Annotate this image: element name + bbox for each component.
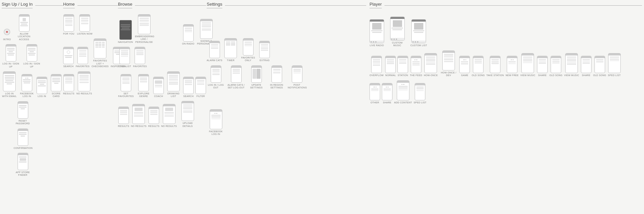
wire-item: CONFIRMATION [14, 129, 32, 150]
wire-label: CUSTOM MUSIC [388, 42, 406, 47]
section-title-home: Home [63, 2, 75, 8]
wire-item: SCORE CARD [49, 74, 63, 98]
wire-label: ALARM CATS [207, 59, 222, 62]
wire-label: HOW-ONCE [424, 74, 438, 77]
wire-label: UPDATE SETTINGS [247, 84, 266, 89]
section-title-player: Player [370, 2, 382, 8]
wire-item: VIEW MUSIC [564, 53, 579, 77]
wire-item: FOR YOU [63, 14, 74, 35]
wire-item: FACEBOOK LOG IN [19, 74, 35, 98]
wire-item: HOW-ONCE / DEV [439, 51, 458, 77]
wire-label: FILTER [196, 95, 205, 98]
wire-item: FAVORITES ONLY [239, 38, 257, 62]
wire-item: NO RESULTS [161, 104, 177, 128]
wire-item: FAVORITES [76, 47, 89, 68]
wire-label: LOG IN WITH EMAIL [2, 92, 17, 98]
wire-label: EXTRAS [260, 59, 269, 62]
wire-label: EMBROIDERING LIKE / PERSONALISE [135, 35, 153, 44]
wire-label: VIEW MUSIC [564, 74, 579, 77]
wire-item: ON RADIO [182, 24, 194, 45]
wire-label: NAVIGATION [118, 41, 133, 44]
wire-label: IN REGION SETTINGS [268, 84, 286, 89]
wire-item: TIMER [224, 38, 237, 62]
wire-label: RESULTS [63, 92, 74, 95]
wire-label: VIEW MUSIC [520, 74, 535, 77]
wire-item: NEW FREE [505, 56, 518, 77]
section-title-settings: Settings [207, 2, 222, 8]
wire-item: SPED LIST [414, 83, 427, 104]
wire-label: OLD SONG [593, 74, 606, 77]
wire-label: FAVORITES ONLY [239, 56, 257, 62]
wire-item: OLD SONG [549, 56, 562, 77]
wire-label: RESULTS [148, 125, 160, 128]
wire-label: LOG IN / SIGN UP [23, 62, 41, 68]
wire-item: LOG IN [37, 77, 47, 98]
wire-item: STATION [397, 56, 408, 77]
wire-label: SPED LIST [608, 74, 621, 77]
wire-label: ALLOW LOCATION ACCESS [15, 33, 33, 41]
wire-label: CONFIRMATION [14, 147, 32, 150]
wire-item: FILTER [195, 77, 206, 98]
wire-item: NORMAL [385, 56, 396, 77]
wire-label: NO RESULTS [161, 125, 177, 128]
wire-item: ALLOW LOCATION ACCESS [15, 14, 33, 41]
wire-label: SHARE [383, 101, 391, 104]
wire-label: SCORE CARD [49, 92, 63, 98]
wire-label: LOG IN / LOG OUT [207, 84, 225, 89]
wire-item: SPED LIST [608, 53, 621, 77]
wire-label: APP STORE FINDER [14, 171, 32, 177]
wire-item: SHARE [581, 56, 591, 77]
section-home: Home FOR YO [63, 2, 118, 98]
wire-item: DRINKING LIST [165, 71, 181, 98]
wire-item: ALARM CATS / SET LOG-OUT [227, 65, 245, 89]
wire-label: FAVORITES [133, 65, 147, 68]
wire-item: GAME [459, 56, 470, 77]
wire-label: OTHER [371, 101, 379, 104]
wire-label: SEARCH [183, 95, 194, 98]
wire-item: SEARCH [183, 77, 194, 98]
wire-item: IN REGION SETTINGS [268, 65, 286, 89]
wire-label: LIVE RADIO [370, 44, 384, 47]
wire-item: RESULTS [63, 74, 74, 95]
section-player: Player LIVE [370, 2, 642, 107]
wire-item: EXTRAS [259, 41, 270, 62]
wire-label: FAVORITES LIST + CHECKBOXES [91, 59, 109, 68]
section-title-signup: Sign Up / Log In [2, 2, 33, 8]
wire-label: FOR YOU [63, 33, 74, 35]
wire-label: SHARE [538, 74, 547, 77]
wire-label: GAME [461, 74, 469, 77]
wire-label: CUSTOM LIST [410, 44, 427, 47]
wire-item: LOG IN WITH EMAIL [2, 71, 17, 98]
wire-label: FACEBOOK LOG IN [19, 92, 35, 98]
wire-label: TODO LIST [118, 65, 131, 68]
wire-item: TAKE STATION [486, 56, 504, 77]
wire-item: TODO LIST [118, 47, 131, 68]
wire-label: SHARE [582, 74, 590, 77]
wire-label: TIMER [227, 59, 235, 62]
wire-item: RESULTS [118, 107, 129, 128]
wire-item: EMBROIDERING LIKE / PERSONALISE [135, 14, 153, 44]
wire-label: OLD SONG [472, 74, 484, 77]
wire-label: THE FEED [410, 74, 422, 77]
wire-item: OTHER [370, 83, 380, 104]
wire-item: SHARE [537, 56, 548, 77]
wire-label: NEW FREE [505, 74, 518, 77]
wire-item: INTRO [2, 27, 12, 41]
wire-item: VIEW MUSIC [520, 53, 535, 77]
wire-label: ALARM CATS / SET LOG-OUT [227, 84, 245, 89]
wire-label: NO RESULTS [76, 92, 92, 95]
wire-label: LISTEN NOW [77, 33, 93, 35]
wire-item: EXPLORE GENRE [136, 74, 152, 98]
wire-item: LIVE RADIO [370, 19, 384, 47]
section-title-browse: Browse [118, 2, 132, 8]
wire-label: OLD SONG [549, 74, 562, 77]
wire-label: TAKE STATION [486, 74, 504, 77]
wire-item: ADD CONTENT [394, 80, 412, 104]
wire-item: COACH [153, 77, 164, 98]
section-signup: Sign Up / Log In INTRO [2, 2, 63, 180]
wire-item: SHARE [382, 83, 392, 104]
wire-item: POST NOTIFICATIONS [288, 65, 306, 89]
wire-label: COACH [154, 95, 163, 98]
wire-item: FAVORITES LIST + CHECKBOXES [91, 39, 109, 68]
wire-item: LOG IN / SIGN UP [2, 44, 20, 68]
